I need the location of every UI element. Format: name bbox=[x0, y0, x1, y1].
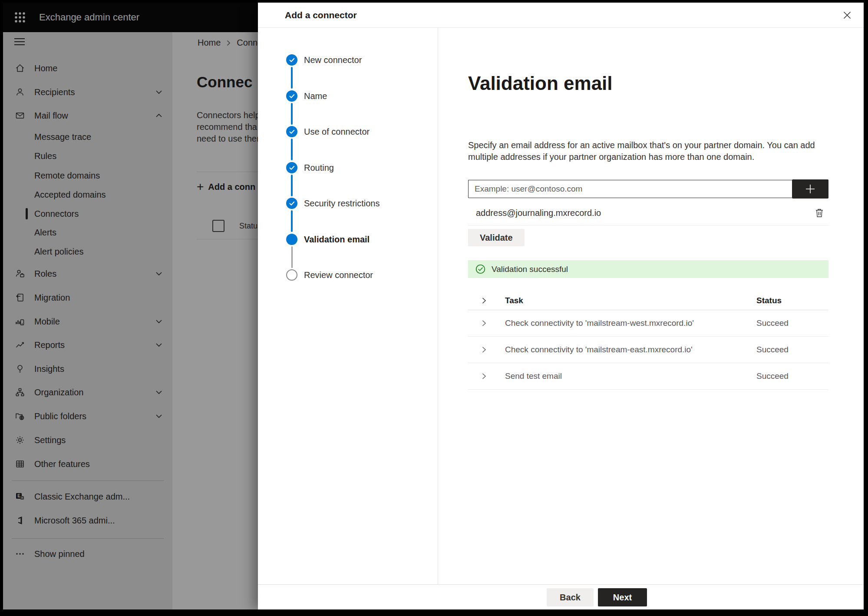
wizard-step-routing[interactable]: Routing bbox=[258, 160, 334, 175]
validate-button[interactable]: Validate bbox=[468, 229, 525, 246]
add-connector-panel: Add a connector New connector Name Us bbox=[258, 3, 864, 609]
step-connector-line bbox=[291, 139, 293, 160]
step-done-icon bbox=[286, 162, 297, 173]
add-address-button[interactable] bbox=[792, 179, 828, 199]
screen: Exchange admin center Home Recipients Ma… bbox=[3, 3, 864, 609]
step-connector-line bbox=[291, 103, 293, 125]
email-input-row bbox=[468, 180, 828, 199]
task-cell: Check connectivity to 'mailstream-west.m… bbox=[505, 318, 694, 328]
step-connector-line bbox=[291, 67, 293, 89]
trash-icon[interactable] bbox=[814, 207, 825, 219]
panel-footer: Back Next bbox=[258, 584, 864, 609]
chevron-right-icon[interactable] bbox=[482, 373, 486, 380]
table-row[interactable]: Send test email Succeed bbox=[468, 363, 828, 390]
panel-header: Add a connector bbox=[258, 3, 864, 28]
task-cell: Check connectivity to 'mailstream-east.m… bbox=[505, 345, 693, 354]
step-done-icon bbox=[286, 54, 297, 66]
task-column-header: Task bbox=[505, 296, 523, 305]
panel-content: Validation email Specify an email addres… bbox=[438, 27, 864, 585]
modal-dim-overlay bbox=[3, 3, 258, 609]
chevron-right-icon[interactable] bbox=[482, 320, 486, 327]
step-connector-line bbox=[291, 210, 293, 232]
step-heading: Validation email bbox=[468, 73, 613, 94]
step-done-icon bbox=[286, 90, 297, 102]
back-button[interactable]: Back bbox=[547, 588, 594, 606]
chevron-right-icon[interactable] bbox=[482, 347, 486, 353]
wizard-step-name[interactable]: Name bbox=[258, 89, 327, 103]
step-todo-icon bbox=[286, 269, 297, 281]
wizard-step-validation-email[interactable]: Validation email bbox=[258, 232, 370, 247]
wizard-step-new-connector[interactable]: New connector bbox=[258, 53, 362, 67]
success-banner: Validation successful bbox=[468, 260, 828, 278]
step-description: Specify an email address for an active m… bbox=[468, 139, 821, 163]
address-list-item: address@journaling.mxrecord.io bbox=[468, 201, 828, 225]
task-cell: Send test email bbox=[505, 371, 562, 381]
status-column-header: Status bbox=[756, 296, 782, 305]
step-current-icon bbox=[286, 234, 297, 245]
step-done-icon bbox=[286, 198, 297, 209]
address-value: address@journaling.mxrecord.io bbox=[476, 208, 601, 218]
step-connector-line bbox=[291, 175, 293, 196]
wizard-step-review-connector[interactable]: Review connector bbox=[258, 268, 373, 282]
wizard-step-security-restrictions[interactable]: Security restrictions bbox=[258, 196, 380, 211]
close-icon[interactable] bbox=[842, 10, 852, 20]
wizard-step-use-of-connector[interactable]: Use of connector bbox=[258, 124, 370, 139]
step-connector-line bbox=[291, 246, 293, 268]
table-header-row: Task Status bbox=[468, 291, 828, 310]
table-row[interactable]: Check connectivity to 'mailstream-west.m… bbox=[468, 310, 828, 337]
success-message: Validation successful bbox=[492, 265, 568, 274]
validation-task-table: Task Status Check connectivity to 'mails… bbox=[468, 291, 828, 390]
success-check-icon bbox=[475, 264, 486, 275]
email-input[interactable] bbox=[468, 180, 792, 198]
status-cell: Succeed bbox=[756, 318, 789, 328]
step-done-icon bbox=[286, 126, 297, 137]
wizard-steps: New connector Name Use of connector Rout… bbox=[258, 27, 438, 585]
chevron-right-icon[interactable] bbox=[482, 297, 486, 304]
status-cell: Succeed bbox=[756, 345, 789, 354]
table-row[interactable]: Check connectivity to 'mailstream-east.m… bbox=[468, 337, 828, 363]
panel-title: Add a connector bbox=[285, 3, 357, 27]
next-button[interactable]: Next bbox=[598, 588, 647, 606]
status-cell: Succeed bbox=[756, 371, 789, 381]
